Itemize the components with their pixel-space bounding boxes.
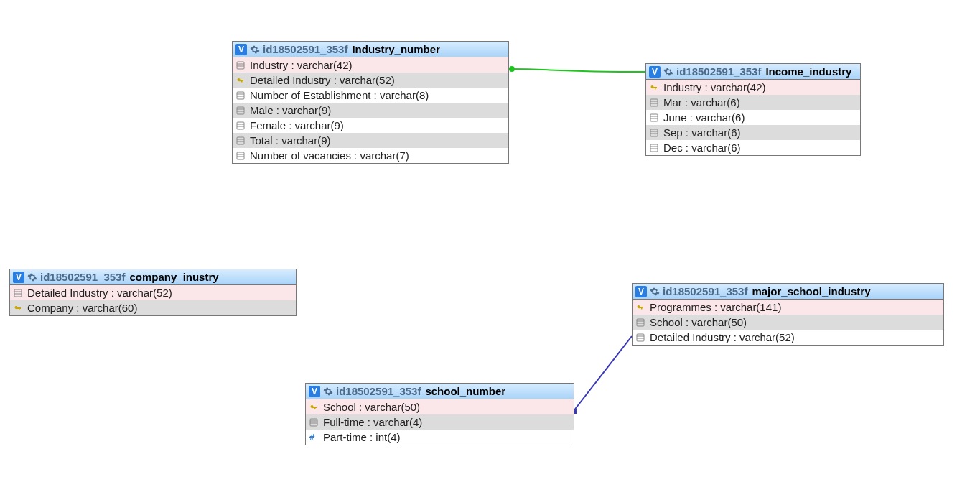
column-row[interactable]: Number of Establishment : varchar(8) [233,88,508,103]
column-row[interactable]: Mar : varchar(6) [646,95,860,110]
column-row[interactable]: Female : varchar(9) [233,118,508,133]
column-icon [235,91,246,101]
table-major-school-industry[interactable]: V id18502591_353f major_school_industry … [632,283,944,346]
table-header[interactable]: V id18502591_353f school_number [306,384,574,399]
key-icon [235,75,246,85]
column-text: Mar : varchar(6) [663,96,740,108]
column-row[interactable]: Industry : varchar(42) [233,57,508,73]
table-header[interactable]: V id18502591_353f Income_industry [646,64,860,80]
column-text: Total : varchar(9) [250,134,331,147]
column-icon [309,417,319,427]
gear-icon[interactable] [250,45,260,55]
gear-icon[interactable] [663,67,673,77]
column-text: Full-time : varchar(4) [323,416,422,428]
column-text: Female : varchar(9) [250,119,344,131]
gear-icon[interactable] [27,272,37,282]
column-icon [649,113,659,123]
connector-endpoint [509,66,515,72]
column-row[interactable]: Male : varchar(9) [233,103,508,118]
column-icon [649,98,659,108]
column-text: School : varchar(50) [323,401,420,413]
column-icon [235,151,246,161]
svg-rect-33 [637,319,644,326]
table-name: Industry_number [352,43,440,55]
column-icon [235,60,246,70]
column-icon [13,288,23,298]
svg-rect-9 [237,122,244,129]
key-icon [649,83,659,93]
key-icon [635,302,645,312]
column-text: Detailed Industry : varchar(52) [250,74,395,86]
column-row[interactable]: Industry : varchar(42) [646,80,860,95]
svg-rect-3 [237,92,244,99]
table-header[interactable]: V id18502591_353f company_inustry [10,269,296,285]
column-icon [635,333,645,343]
column-row[interactable]: Dec : varchar(6) [646,140,860,155]
column-text: Dec : varchar(6) [663,142,741,154]
column-row[interactable]: Programmes : varchar(141) [633,300,943,315]
gear-icon[interactable] [650,287,660,297]
key-icon [309,402,319,412]
svg-rect-6 [237,107,244,114]
column-text: Industry : varchar(42) [250,59,353,71]
table-header[interactable]: V id18502591_353f Industry_number [233,42,508,57]
view-icon: V [235,44,247,55]
db-prefix: id18502591_353f [336,385,422,397]
relationship-line-green [509,69,646,72]
gear-icon[interactable] [323,386,333,397]
column-text: June : varchar(6) [663,111,745,124]
column-row[interactable]: Detailed Industry : varchar(52) [233,73,508,88]
column-text: Detailed Industry : varchar(52) [650,331,795,343]
column-text: Part-time : int(4) [323,431,401,443]
db-prefix: id18502591_353f [263,43,349,55]
db-prefix: id18502591_353f [40,271,126,283]
column-row[interactable]: June : varchar(6) [646,110,860,125]
column-row[interactable]: # Part-time : int(4) [306,430,574,445]
column-text: Number of vacancies : varchar(7) [250,149,409,162]
column-text: Programmes : varchar(141) [650,301,781,313]
svg-rect-21 [650,114,658,121]
column-text: Industry : varchar(42) [663,81,766,93]
column-text: School : varchar(50) [650,316,747,328]
relationship-line-blue [574,336,632,411]
hash-icon: # [309,432,319,442]
table-income-industry[interactable]: V id18502591_353f Income_industry Indust… [645,63,861,156]
column-icon [235,136,246,146]
table-name: major_school_industry [752,285,870,297]
key-icon [13,303,23,313]
column-icon [649,128,659,138]
column-row[interactable]: School : varchar(50) [633,315,943,330]
table-company-inustry[interactable]: V id18502591_353f company_inustry Detail… [9,269,297,316]
svg-rect-15 [237,152,244,159]
svg-rect-30 [14,289,22,297]
table-name: school_number [425,385,505,397]
column-row[interactable]: Number of vacancies : varchar(7) [233,148,508,163]
table-industry-number[interactable]: V id18502591_353f Industry_number Indust… [232,41,509,164]
column-icon [235,121,246,131]
svg-rect-24 [650,129,658,136]
svg-rect-0 [237,62,244,69]
column-text: Sep : varchar(6) [663,126,741,139]
column-row[interactable]: Total : varchar(9) [233,133,508,148]
column-row[interactable]: Detailed Industry : varchar(52) [10,285,296,300]
column-row[interactable]: Full-time : varchar(4) [306,414,574,430]
table-header[interactable]: V id18502591_353f major_school_industry [633,284,943,300]
column-text: Detailed Industry : varchar(52) [27,287,172,299]
table-name: Income_industry [765,65,851,78]
column-row[interactable]: Detailed Industry : varchar(52) [633,330,943,345]
column-icon [235,106,246,116]
column-row[interactable]: Company : varchar(60) [10,300,296,315]
table-name: company_inustry [129,271,218,283]
view-icon: V [635,286,647,297]
view-icon: V [13,272,24,283]
view-icon: V [649,66,661,78]
column-row[interactable]: School : varchar(50) [306,399,574,414]
view-icon: V [309,386,320,397]
column-row[interactable]: Sep : varchar(6) [646,125,860,140]
svg-rect-18 [650,99,658,106]
table-school-number[interactable]: V id18502591_353f school_number School :… [305,383,574,445]
column-text: Number of Establishment : varchar(8) [250,89,429,101]
svg-rect-39 [310,419,317,426]
column-icon [649,143,659,153]
column-icon [635,318,645,328]
